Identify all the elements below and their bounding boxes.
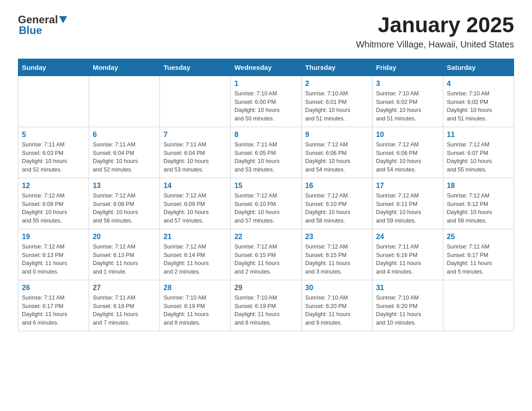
day-number: 24 [376,233,439,241]
day-number: 1 [234,80,297,88]
calendar-cell: 16Sunrise: 7:12 AM Sunset: 6:10 PM Dayli… [301,178,372,229]
day-info: Sunrise: 7:12 AM Sunset: 6:10 PM Dayligh… [234,192,297,225]
calendar-cell: 19Sunrise: 7:12 AM Sunset: 6:13 PM Dayli… [18,229,89,280]
day-info: Sunrise: 7:10 AM Sunset: 6:02 PM Dayligh… [447,90,510,123]
day-info: Sunrise: 7:12 AM Sunset: 6:13 PM Dayligh… [93,243,156,276]
day-info: Sunrise: 7:12 AM Sunset: 6:06 PM Dayligh… [305,141,369,174]
day-number: 17 [376,182,439,190]
calendar-cell [443,280,514,331]
day-info: Sunrise: 7:11 AM Sunset: 6:18 PM Dayligh… [93,294,156,327]
day-number: 6 [93,131,156,139]
calendar-cell: 5Sunrise: 7:11 AM Sunset: 6:03 PM Daylig… [18,127,89,178]
logo-blue-text: Blue [19,24,42,37]
day-number: 8 [234,131,297,139]
day-number: 27 [93,284,156,292]
day-info: Sunrise: 7:12 AM Sunset: 6:12 PM Dayligh… [447,192,510,225]
day-number: 4 [447,80,510,88]
calendar-cell: 12Sunrise: 7:12 AM Sunset: 6:08 PM Dayli… [18,178,89,229]
day-number: 3 [376,80,439,88]
day-number: 29 [234,284,297,292]
calendar-cell: 26Sunrise: 7:11 AM Sunset: 6:17 PM Dayli… [18,280,89,331]
day-header-thursday: Thursday [301,59,372,76]
day-number: 19 [22,233,85,241]
day-header-sunday: Sunday [18,59,89,76]
day-header-saturday: Saturday [443,59,514,76]
day-header-tuesday: Tuesday [160,59,231,76]
day-info: Sunrise: 7:12 AM Sunset: 6:08 PM Dayligh… [93,192,156,225]
day-info: Sunrise: 7:10 AM Sunset: 6:20 PM Dayligh… [376,294,439,327]
day-header-wednesday: Wednesday [231,59,301,76]
calendar-cell: 25Sunrise: 7:11 AM Sunset: 6:17 PM Dayli… [443,229,514,280]
day-info: Sunrise: 7:10 AM Sunset: 6:01 PM Dayligh… [305,90,369,123]
calendar-cell: 10Sunrise: 7:12 AM Sunset: 6:06 PM Dayli… [372,127,443,178]
title-section: January 2025 Whitmore Village, Hawaii, U… [356,13,514,50]
day-number: 11 [447,131,510,139]
day-info: Sunrise: 7:10 AM Sunset: 6:19 PM Dayligh… [234,294,297,327]
day-number: 18 [447,182,510,190]
calendar-cell: 17Sunrise: 7:12 AM Sunset: 6:11 PM Dayli… [372,178,443,229]
calendar-cell: 29Sunrise: 7:10 AM Sunset: 6:19 PM Dayli… [231,280,301,331]
day-number: 14 [163,182,227,190]
day-info: Sunrise: 7:12 AM Sunset: 6:06 PM Dayligh… [376,141,439,174]
day-number: 22 [234,233,297,241]
day-info: Sunrise: 7:10 AM Sunset: 6:20 PM Dayligh… [305,294,369,327]
calendar-week-row: 5Sunrise: 7:11 AM Sunset: 6:03 PM Daylig… [18,127,514,178]
day-info: Sunrise: 7:12 AM Sunset: 6:15 PM Dayligh… [234,243,297,276]
day-number: 12 [22,182,85,190]
day-number: 25 [447,233,510,241]
calendar-cell: 20Sunrise: 7:12 AM Sunset: 6:13 PM Dayli… [89,229,160,280]
page-header: General Blue January 2025 Whitmore Villa… [18,13,514,50]
day-header-monday: Monday [89,59,160,76]
calendar-cell [160,76,231,127]
logo-arrow-icon [59,16,67,26]
day-number: 9 [305,131,369,139]
day-info: Sunrise: 7:11 AM Sunset: 6:17 PM Dayligh… [22,294,85,327]
day-info: Sunrise: 7:10 AM Sunset: 6:02 PM Dayligh… [376,90,439,123]
page-title: January 2025 [356,13,514,37]
day-info: Sunrise: 7:11 AM Sunset: 6:03 PM Dayligh… [22,141,85,174]
day-info: Sunrise: 7:12 AM Sunset: 6:09 PM Dayligh… [163,192,227,225]
calendar-cell: 7Sunrise: 7:11 AM Sunset: 6:04 PM Daylig… [160,127,231,178]
calendar-cell: 8Sunrise: 7:11 AM Sunset: 6:05 PM Daylig… [231,127,301,178]
calendar-cell: 9Sunrise: 7:12 AM Sunset: 6:06 PM Daylig… [301,127,372,178]
day-number: 10 [376,131,439,139]
calendar-cell: 21Sunrise: 7:12 AM Sunset: 6:14 PM Dayli… [160,229,231,280]
calendar-cell: 4Sunrise: 7:10 AM Sunset: 6:02 PM Daylig… [443,76,514,127]
calendar-cell: 22Sunrise: 7:12 AM Sunset: 6:15 PM Dayli… [231,229,301,280]
day-number: 26 [22,284,85,292]
calendar-header-row: SundayMondayTuesdayWednesdayThursdayFrid… [18,59,514,76]
day-number: 28 [163,284,227,292]
day-number: 23 [305,233,369,241]
calendar-cell: 2Sunrise: 7:10 AM Sunset: 6:01 PM Daylig… [301,76,372,127]
day-info: Sunrise: 7:10 AM Sunset: 6:19 PM Dayligh… [163,294,227,327]
day-number: 5 [22,131,85,139]
day-number: 31 [376,284,439,292]
day-number: 15 [234,182,297,190]
day-info: Sunrise: 7:11 AM Sunset: 6:05 PM Dayligh… [234,141,297,174]
calendar-cell: 3Sunrise: 7:10 AM Sunset: 6:02 PM Daylig… [372,76,443,127]
calendar-cell: 13Sunrise: 7:12 AM Sunset: 6:08 PM Dayli… [89,178,160,229]
calendar-week-row: 1Sunrise: 7:10 AM Sunset: 6:00 PM Daylig… [18,76,514,127]
calendar-cell: 23Sunrise: 7:12 AM Sunset: 6:15 PM Dayli… [301,229,372,280]
day-info: Sunrise: 7:12 AM Sunset: 6:08 PM Dayligh… [22,192,85,225]
calendar-cell [89,76,160,127]
calendar-cell: 6Sunrise: 7:11 AM Sunset: 6:04 PM Daylig… [89,127,160,178]
day-info: Sunrise: 7:12 AM Sunset: 6:14 PM Dayligh… [163,243,227,276]
calendar-cell: 24Sunrise: 7:11 AM Sunset: 6:16 PM Dayli… [372,229,443,280]
day-number: 13 [93,182,156,190]
calendar-table: SundayMondayTuesdayWednesdayThursdayFrid… [18,59,514,331]
day-number: 30 [305,284,369,292]
day-info: Sunrise: 7:11 AM Sunset: 6:16 PM Dayligh… [376,243,439,276]
page-subtitle: Whitmore Village, Hawaii, United States [356,39,514,50]
calendar-cell [18,76,89,127]
calendar-week-row: 12Sunrise: 7:12 AM Sunset: 6:08 PM Dayli… [18,178,514,229]
day-info: Sunrise: 7:11 AM Sunset: 6:04 PM Dayligh… [93,141,156,174]
day-info: Sunrise: 7:12 AM Sunset: 6:15 PM Dayligh… [305,243,369,276]
day-number: 7 [163,131,227,139]
day-info: Sunrise: 7:10 AM Sunset: 6:00 PM Dayligh… [234,90,297,123]
day-info: Sunrise: 7:12 AM Sunset: 6:07 PM Dayligh… [447,141,510,174]
day-number: 2 [305,80,369,88]
calendar-cell: 14Sunrise: 7:12 AM Sunset: 6:09 PM Dayli… [160,178,231,229]
calendar-week-row: 26Sunrise: 7:11 AM Sunset: 6:17 PM Dayli… [18,280,514,331]
calendar-cell: 31Sunrise: 7:10 AM Sunset: 6:20 PM Dayli… [372,280,443,331]
